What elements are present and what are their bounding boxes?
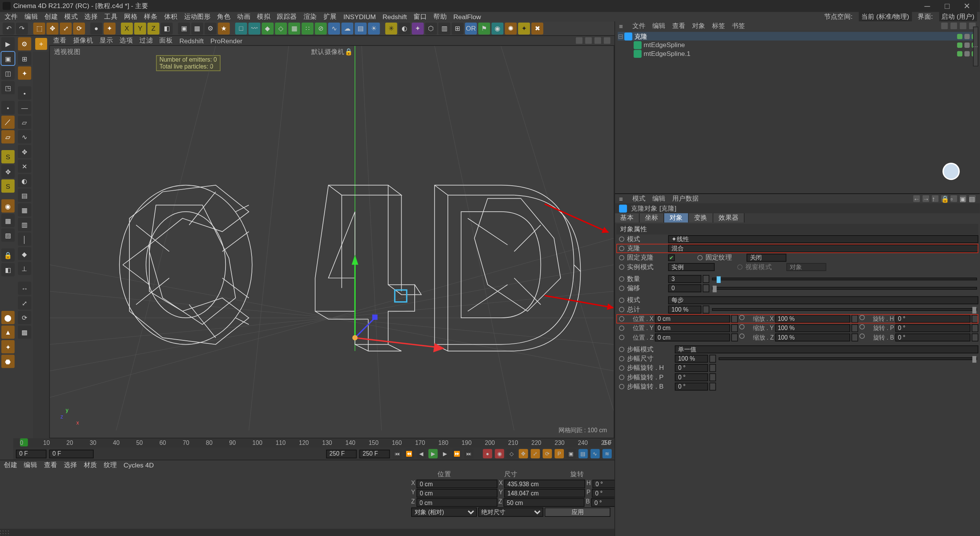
planar-workplane-button[interactable]: ◧	[1, 263, 15, 276]
plugin10-icon[interactable]: ✦	[518, 22, 530, 34]
key-rot-button[interactable]: ⟳	[542, 449, 552, 458]
next-key-button[interactable]: ⏩	[452, 449, 462, 458]
attr-steprot-spin[interactable]	[709, 364, 716, 372]
y-axis-button[interactable]: Y	[134, 22, 146, 34]
matmenu-create[interactable]: 创建	[4, 460, 17, 469]
am-back-icon[interactable]: ←	[913, 195, 920, 202]
am-ext-icon[interactable]: ▣	[960, 195, 966, 202]
axis-mod-button[interactable]: ✥	[1, 165, 15, 178]
object-tree-row[interactable]: mtEdgeSpline.1	[618, 49, 977, 58]
attr-scale-input[interactable]: 100 %	[775, 324, 850, 332]
workplane-button[interactable]: ◳	[1, 81, 15, 95]
menu-redshift[interactable]: Redshift	[381, 13, 409, 20]
key-param-button[interactable]: P	[555, 449, 564, 458]
om-search-icon[interactable]	[941, 23, 947, 29]
timeline-ruler[interactable]: 0102030405060708090100110120130140150160…	[13, 438, 614, 448]
plugin7-icon[interactable]: ⚑	[478, 22, 490, 34]
move-tool-button[interactable]: ✥	[46, 22, 58, 34]
snap-vertex-button[interactable]: •	[18, 87, 31, 100]
attr-steprot-input[interactable]: 0 °	[675, 364, 708, 372]
am-up-icon[interactable]: ↑	[932, 195, 938, 202]
menu-mesh[interactable]: 网格	[122, 12, 139, 21]
coord-size-input[interactable]	[504, 480, 585, 489]
matmenu-edit[interactable]: 编辑	[24, 460, 37, 469]
plugin4-icon[interactable]: ▥	[438, 22, 450, 34]
viewmenu-options[interactable]: 选项	[119, 36, 133, 45]
attr-permode-select[interactable]: 每步	[668, 296, 978, 304]
picture-viewer-button[interactable]: ★	[218, 22, 230, 34]
object-name[interactable]: 克隆	[634, 31, 957, 41]
plugin2-icon[interactable]: ✦	[412, 22, 424, 34]
make-editable-button[interactable]: ▶	[1, 37, 15, 51]
maximize-button[interactable]: □	[937, 1, 957, 10]
resize-grip-icon[interactable]	[0, 529, 9, 536]
coord-size-input[interactable]	[503, 498, 585, 507]
plugin6-icon[interactable]: OR	[465, 22, 477, 34]
matmenu-material[interactable]: 材质	[84, 460, 97, 469]
model-mode-button[interactable]: ▣	[1, 52, 15, 65]
attr-rot-spin[interactable]	[972, 324, 978, 332]
coord-pos-input[interactable]	[416, 498, 497, 507]
viewport-3d[interactable]: 透视视图 默认摄像机🔒 Number of emitters: 0 Total …	[49, 45, 614, 438]
am-panel-icon[interactable]: ▤	[969, 195, 975, 202]
snap-mid-button[interactable]: ◐	[18, 174, 31, 188]
attr-steprot-spin[interactable]	[709, 373, 716, 381]
render-view-button[interactable]: ▣	[178, 22, 190, 34]
view-nav3-icon[interactable]	[595, 37, 601, 44]
attr-instmode-select[interactable]: 实例	[668, 263, 714, 271]
am-lock-icon[interactable]: 🔒	[941, 195, 947, 202]
point-mode-button[interactable]: •	[1, 101, 15, 114]
visibility-render-icon[interactable]	[964, 42, 970, 47]
snap-perp-button[interactable]: ⊥	[18, 262, 31, 275]
attr-pos-input[interactable]: 0 cm	[655, 324, 730, 332]
coord-space-select[interactable]: 对象 (相对)	[411, 508, 477, 517]
visibility-editor-icon[interactable]	[957, 42, 962, 47]
viewmenu-display[interactable]: 显示	[100, 36, 113, 45]
filter4-button[interactable]: ⬣	[1, 355, 15, 368]
coord-apply-button[interactable]: 应用	[545, 508, 610, 517]
snap-gridline-button[interactable]: ▥	[18, 218, 31, 231]
light-button[interactable]: ☀	[368, 22, 380, 34]
timeline-fcurve-button[interactable]: ∿	[590, 449, 599, 458]
attr-count-input[interactable]: 3	[668, 275, 701, 283]
snap-toggle-button[interactable]: ✦	[18, 67, 31, 80]
menu-character[interactable]: 角色	[215, 12, 232, 21]
menu-select[interactable]: 选择	[82, 12, 100, 21]
attr-stepsize-input[interactable]: 100 %	[675, 355, 708, 363]
menu-tracker[interactable]: 跟踪器	[275, 12, 299, 21]
attr-stepmode-select[interactable]: 单一值	[675, 345, 978, 353]
snap-dynamic-button[interactable]: ◆	[18, 247, 31, 260]
next-frame-button[interactable]: ▶	[440, 449, 449, 458]
om-menu-object[interactable]: 对象	[692, 21, 706, 31]
attr-pos-input[interactable]: 0 cm	[655, 333, 730, 342]
menu-tools[interactable]: 工具	[102, 12, 119, 21]
snap-poly-button[interactable]: ▱	[18, 116, 31, 129]
attr-rot-input[interactable]: 0 °	[895, 315, 970, 323]
matmenu-select[interactable]: 选择	[64, 460, 77, 469]
am-menu-mode[interactable]: 模式	[632, 194, 646, 203]
menu-window[interactable]: 窗口	[412, 12, 429, 21]
viewmenu-camera[interactable]: 摄像机	[73, 36, 93, 45]
matmenu-texture[interactable]: 纹理	[104, 460, 117, 469]
attr-steprot-input[interactable]: 0 °	[675, 382, 708, 391]
axis-lock-button[interactable]: ✦	[104, 22, 116, 34]
attr-steprot-spin[interactable]	[709, 382, 716, 391]
snap-grid-button[interactable]: ▦	[18, 203, 31, 217]
view-nav2-icon[interactable]	[585, 37, 592, 44]
attr-tab-0[interactable]: 基本	[615, 213, 640, 222]
snap-axis-button[interactable]: ✥	[18, 145, 31, 158]
menu-render[interactable]: 渲染	[302, 12, 319, 21]
attr-rot-spin[interactable]	[972, 333, 978, 342]
prev-key-button[interactable]: ⏪	[405, 449, 414, 458]
attr-total-input[interactable]: 100 %	[668, 306, 701, 314]
camera-button[interactable]: ▤	[354, 22, 366, 34]
right-dock-handle[interactable]: ⋮	[973, 26, 978, 66]
close-button[interactable]: ✕	[957, 1, 977, 10]
coord-pos-input[interactable]	[416, 480, 498, 489]
attr-pos-spin[interactable]	[731, 324, 738, 332]
snap-spline-button[interactable]: ∿	[18, 130, 31, 144]
am-menu-userdata[interactable]: 用户数据	[672, 194, 699, 203]
snap-intersect-button[interactable]: ✕	[18, 159, 31, 173]
attr-total-slider[interactable]	[712, 308, 977, 311]
attr-scale-input[interactable]: 100 %	[775, 315, 850, 323]
